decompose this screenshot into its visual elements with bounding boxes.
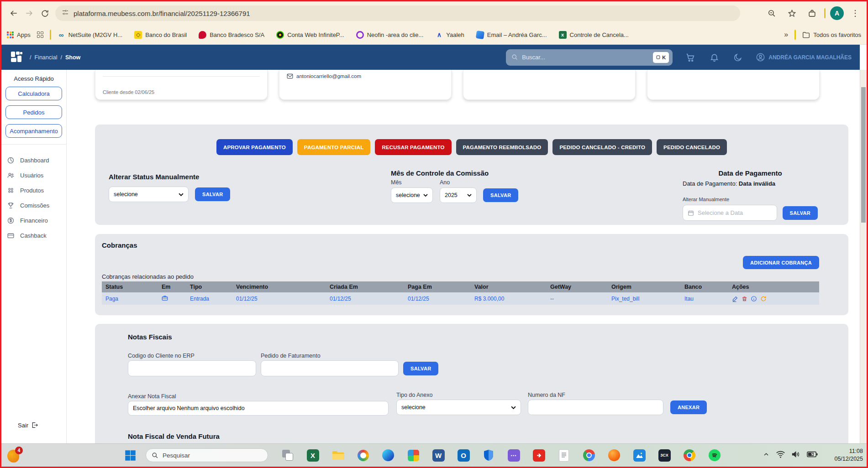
tray-notification-app-icon[interactable]: 4 bbox=[7, 448, 21, 462]
year-label: Ano bbox=[440, 179, 450, 186]
file-explorer-icon[interactable] bbox=[330, 447, 346, 463]
bookmark-controle-cancelamento[interactable]: x Controle de Cancela... bbox=[559, 31, 629, 39]
canceled-button[interactable]: PEDIDO CANCELADO bbox=[657, 139, 727, 155]
cart-icon[interactable] bbox=[684, 52, 696, 63]
bookmark-email[interactable]: Email – Andréa Garc... bbox=[476, 31, 547, 39]
month-select[interactable]: selecione bbox=[391, 187, 433, 203]
spotify-icon[interactable] bbox=[707, 447, 722, 463]
office-grid-app-icon[interactable] bbox=[405, 447, 421, 463]
commission-save-button[interactable]: SALVAR bbox=[483, 188, 518, 202]
refuse-payment-button[interactable]: RECUSAR PAGAMENTO bbox=[375, 139, 451, 155]
meubess-logo[interactable] bbox=[10, 50, 24, 65]
refresh-icon[interactable] bbox=[760, 296, 767, 302]
bookmark-star-icon[interactable] bbox=[784, 5, 800, 21]
refunded-payment-button[interactable]: PAGAMENTO REEMBOLSADO bbox=[456, 139, 548, 155]
edge-icon[interactable] bbox=[380, 447, 396, 463]
excel-icon[interactable]: X bbox=[305, 447, 321, 463]
photos-app-icon[interactable] bbox=[631, 447, 647, 463]
windows-start-button[interactable] bbox=[124, 449, 137, 463]
back-icon[interactable] bbox=[6, 5, 21, 21]
invoices-panel: Notas Fiscais Codigo do Cliente no ERP P… bbox=[95, 324, 848, 443]
apps-grid-icon[interactable] bbox=[37, 31, 43, 38]
bookmark-neofin[interactable]: Neofin -area do clie... bbox=[356, 31, 424, 39]
notifications-bell-icon[interactable] bbox=[708, 52, 720, 63]
add-charge-button[interactable]: ADICIONAR COBRANÇA bbox=[743, 256, 819, 269]
sidebar-item-financeiro[interactable]: Financeiro bbox=[1, 213, 66, 228]
bookmark-conta-web[interactable]: Conta Web InfiniteP... bbox=[276, 31, 344, 39]
partial-payment-button[interactable]: PAGAMENTO PARCIAL bbox=[297, 139, 371, 155]
sidebar-item-cashback[interactable]: Cashback bbox=[1, 228, 66, 243]
sidebar-item-pedidos[interactable]: Pedidos bbox=[5, 105, 62, 119]
canceled-credit-button[interactable]: PEDIDO CANCELADO - CREDITO bbox=[552, 139, 652, 155]
user-menu[interactable]: ANDRÉA GARCIA MAGALHÃES bbox=[756, 52, 852, 62]
forward-icon[interactable] bbox=[21, 5, 37, 21]
sidebar-item-calculadora[interactable]: Calculadora bbox=[5, 87, 62, 100]
charge-origem: Pix_ted_bill bbox=[608, 292, 681, 305]
year-select[interactable]: 2025 bbox=[440, 187, 477, 203]
sidebar-item-comissoes[interactable]: Comissões bbox=[1, 198, 66, 213]
charge-getway: -- bbox=[547, 292, 608, 305]
logout-icon bbox=[31, 421, 38, 429]
wifi-icon[interactable] bbox=[776, 450, 785, 460]
logout-button[interactable]: Sair bbox=[18, 421, 38, 429]
manual-status-select[interactable]: selecione bbox=[109, 187, 189, 202]
snipping-tool-icon[interactable] bbox=[355, 447, 371, 463]
breadcrumb-section[interactable]: Financial bbox=[34, 54, 57, 61]
attach-type-select[interactable]: selecione bbox=[396, 400, 521, 415]
sidebar-item-acompanhamento[interactable]: Acompanhamento bbox=[5, 124, 62, 138]
chrome-secondary-icon[interactable] bbox=[682, 447, 697, 463]
notepad-icon[interactable] bbox=[556, 447, 572, 463]
bookmark-yaaleh[interactable]: ∧ Yaaleh bbox=[435, 31, 464, 39]
red-arrow-app-icon[interactable] bbox=[531, 447, 547, 463]
nf-number-input[interactable] bbox=[528, 400, 663, 415]
orange-app-icon[interactable] bbox=[606, 447, 622, 463]
delete-icon[interactable] bbox=[742, 296, 747, 302]
bookmark-bradesco[interactable]: Banco Bradesco S/A bbox=[199, 31, 264, 39]
sidebar-item-produtos[interactable]: Produtos bbox=[1, 183, 66, 198]
payment-date-input[interactable]: Selecione a Data bbox=[683, 205, 777, 221]
edit-icon[interactable] bbox=[732, 296, 738, 302]
outlook-icon[interactable]: O bbox=[456, 447, 471, 463]
info-icon[interactable] bbox=[751, 296, 757, 302]
scrollbar-thumb[interactable] bbox=[861, 87, 866, 223]
briefcase-icon[interactable] bbox=[162, 295, 168, 301]
chrome-menu-icon[interactable]: ⋮ bbox=[848, 8, 862, 18]
profile-avatar[interactable]: A bbox=[830, 6, 844, 20]
manual-status-save-button[interactable]: SALVAR bbox=[195, 187, 230, 201]
bookmark-banco-do-brasil[interactable]: ◇ Banco do Brasil bbox=[134, 31, 187, 39]
dark-mode-moon-icon[interactable] bbox=[732, 52, 744, 63]
site-settings-icon[interactable] bbox=[62, 9, 69, 18]
extensions-icon[interactable] bbox=[804, 5, 820, 21]
tray-chevron-up-icon[interactable] bbox=[763, 451, 770, 460]
battery-icon[interactable] bbox=[807, 451, 818, 460]
quick-access-title: Acesso Rápido bbox=[1, 75, 66, 82]
task-view-icon[interactable] bbox=[280, 447, 295, 463]
page-scrollbar[interactable] bbox=[860, 70, 867, 443]
apps-shortcut[interactable]: Apps bbox=[7, 31, 31, 38]
bookmarks-overflow-icon[interactable]: » bbox=[784, 31, 788, 39]
purple-dots-app-icon[interactable]: ⋯ bbox=[506, 447, 521, 463]
defender-shield-icon[interactable] bbox=[481, 447, 496, 463]
volume-icon[interactable] bbox=[791, 450, 801, 460]
invoices-save-button[interactable]: SALVAR bbox=[403, 362, 438, 375]
charge-valor: R$ 3.000,00 bbox=[471, 292, 547, 305]
all-favorites[interactable]: Todos os favoritos bbox=[802, 31, 861, 38]
reload-icon[interactable] bbox=[37, 5, 53, 21]
sidebar-item-usuarios[interactable]: Usuários bbox=[1, 168, 66, 183]
threecx-icon[interactable]: 3CX bbox=[657, 447, 672, 463]
approve-payment-button[interactable]: APROVAR PAGAMENTO bbox=[216, 139, 293, 155]
bookmark-netsuite[interactable]: ∞ NetSuite (M2GV H... bbox=[58, 31, 122, 39]
global-search-input[interactable]: Buscar... K bbox=[506, 49, 673, 66]
taskbar-search-input[interactable]: Pesquisar bbox=[146, 448, 268, 462]
erp-code-input[interactable] bbox=[128, 360, 256, 376]
nf-file-input[interactable]: Escolher arquivo Nenhum arquivo escolhid… bbox=[128, 401, 389, 416]
billing-order-input[interactable] bbox=[261, 360, 399, 376]
payment-date-save-button[interactable]: SALVAR bbox=[783, 206, 818, 220]
sidebar-item-dashboard[interactable]: Dashboard bbox=[1, 153, 66, 168]
word-icon[interactable]: W bbox=[431, 447, 446, 463]
attach-button[interactable]: ANEXAR bbox=[670, 400, 707, 414]
chrome-icon[interactable] bbox=[581, 447, 597, 463]
taskbar-clock[interactable]: 11:08 05/12/2025 bbox=[824, 447, 863, 463]
address-bar[interactable]: plataforma.meubess.com.br/financial/2025… bbox=[55, 5, 740, 21]
zoom-icon[interactable] bbox=[764, 5, 779, 21]
